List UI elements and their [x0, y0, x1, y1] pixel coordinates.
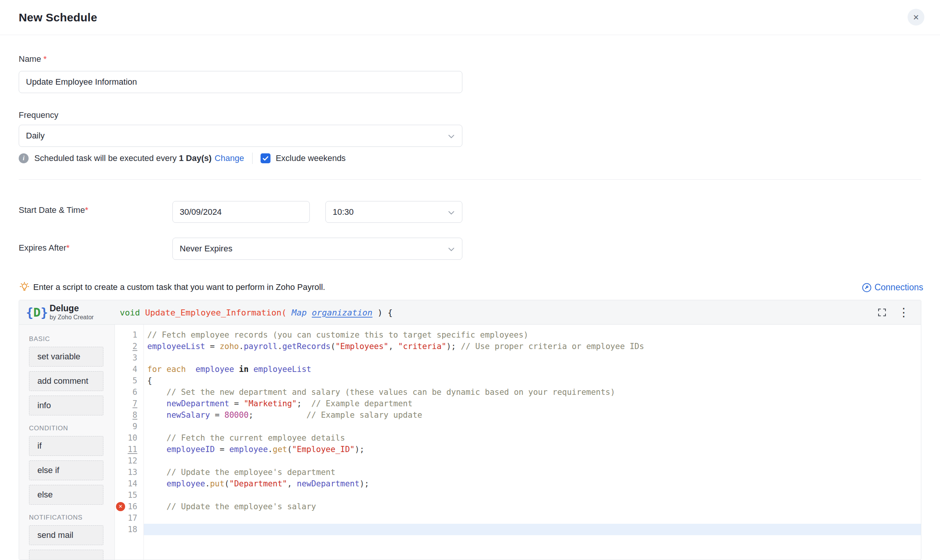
- fullscreen-icon[interactable]: [877, 308, 887, 317]
- product-name: Deluge: [50, 303, 94, 314]
- code-line-2[interactable]: employeeList = zoho.payroll.getRecords("…: [144, 341, 921, 352]
- frequency-label: Frequency: [19, 110, 58, 120]
- snippet-sidebar: BASICset variableadd commentinfoCONDITIO…: [19, 325, 115, 560]
- snippet-add-comment[interactable]: add comment: [29, 371, 103, 391]
- deluge-logo-icon: {D}: [26, 305, 48, 320]
- snippet-else[interactable]: else: [29, 485, 103, 505]
- code-line-5[interactable]: {: [144, 375, 921, 386]
- chevron-down-icon: [448, 207, 454, 217]
- gutter-line-12: 12: [115, 455, 143, 467]
- start-date-input[interactable]: 30/09/2024: [172, 201, 310, 223]
- snippet-if[interactable]: if: [29, 436, 103, 456]
- sidebar-section: BASICset variableadd commentinfo: [29, 335, 114, 415]
- close-icon[interactable]: ×: [908, 9, 924, 26]
- frequency-select[interactable]: Daily: [19, 125, 462, 147]
- code-line-7[interactable]: newDepartment = "Marketing"; // Example …: [144, 398, 921, 409]
- page-title: New Schedule: [19, 0, 97, 35]
- code-line-9[interactable]: [144, 421, 921, 432]
- signature-token: [287, 307, 291, 317]
- snippet-partial[interactable]: [29, 550, 103, 560]
- code-line-13[interactable]: // Update the employee's department: [144, 467, 921, 478]
- gutter-line-15: 15: [115, 489, 143, 501]
- gutter-line-2: 2: [115, 341, 143, 352]
- product-byline: by Zoho Creator: [50, 314, 94, 321]
- gutter-line-4: 4: [115, 364, 143, 375]
- kebab-menu-icon[interactable]: ⋮: [898, 306, 909, 319]
- required-asterisk: *: [85, 205, 89, 215]
- lightbulb-icon: [19, 282, 30, 293]
- required-asterisk: *: [43, 54, 47, 64]
- gutter-line-7: 7: [115, 398, 143, 409]
- code-line-15[interactable]: [144, 489, 921, 501]
- code-line-1[interactable]: // Fetch employee records (you can custo…: [144, 329, 921, 341]
- gutter-line-10: 10: [115, 432, 143, 444]
- start-date-time-label: Start Date & Time*: [19, 205, 88, 215]
- start-time-select[interactable]: 10:30: [325, 201, 462, 223]
- gutter-line-18: 18: [115, 524, 143, 535]
- error-icon: ✕: [116, 502, 125, 511]
- gutter-line-5: 5: [115, 375, 143, 386]
- expires-after-label: Expires After*: [19, 243, 69, 253]
- code-line-17[interactable]: [144, 512, 921, 524]
- required-asterisk: *: [66, 243, 70, 253]
- connections-link[interactable]: Connections: [862, 282, 923, 293]
- function-signature: void Update_Employee_Information( Map or…: [120, 307, 393, 317]
- code-line-10[interactable]: // Fetch the current employee details: [144, 432, 921, 444]
- code-line-12[interactable]: [144, 455, 921, 467]
- chevron-down-icon: [448, 244, 454, 254]
- script-hint-text: Enter a script to create a custom task t…: [33, 282, 325, 292]
- dialog-header: New Schedule ×: [0, 0, 940, 35]
- gutter-line-14: 14: [115, 478, 143, 489]
- new-schedule-dialog: New Schedule × Name * Update Employee In…: [0, 0, 940, 560]
- product-info: Deluge by Zoho Creator: [50, 303, 94, 321]
- chevron-down-icon: [448, 131, 454, 141]
- gutter-line-1: 1: [115, 329, 143, 341]
- connections-icon: [862, 283, 872, 293]
- code-line-6[interactable]: // Set the new department and salary (th…: [144, 386, 921, 398]
- expires-after-select[interactable]: Never Expires: [172, 238, 462, 260]
- gutter-line-8: 8: [115, 409, 143, 421]
- snippet-info[interactable]: info: [29, 396, 103, 415]
- gutter-line-6: 6: [115, 386, 143, 398]
- line-number-gutter: 12345678910111213141516✕1718: [115, 325, 144, 560]
- info-icon: i: [19, 153, 29, 163]
- exclude-weekends-label: Exclude weekends: [276, 153, 346, 163]
- signature-token: void: [120, 307, 145, 317]
- signature-token: Update_Employee_Information(: [145, 307, 287, 317]
- gutter-line-3: 3: [115, 352, 143, 364]
- script-hint-row: Enter a script to create a custom task t…: [19, 281, 325, 294]
- code-line-14[interactable]: employee.put("Department", newDepartment…: [144, 478, 921, 489]
- section-divider: [19, 179, 921, 180]
- deluge-editor: {D} Deluge by Zoho Creator void Update_E…: [19, 300, 921, 560]
- snippet-else-if[interactable]: else if: [29, 460, 103, 480]
- signature-token: Map: [291, 307, 312, 317]
- code-line-18[interactable]: [144, 524, 921, 535]
- editor-body: BASICset variableadd commentinfoCONDITIO…: [19, 325, 921, 560]
- code-line-8[interactable]: newSalary = 80000; // Example salary upd…: [144, 409, 921, 421]
- gutter-line-9: 9: [115, 421, 143, 432]
- vertical-divider: [252, 153, 253, 164]
- code-line-11[interactable]: employeeID = employee.get("Employee_ID")…: [144, 444, 921, 455]
- snippet-send-mail[interactable]: send mail: [29, 525, 103, 545]
- schedule-interval: 1 Day(s): [179, 153, 212, 163]
- schedule-info-text: Scheduled task will be executed every: [34, 153, 177, 163]
- signature-token: ) {: [372, 307, 393, 317]
- gutter-line-13: 13: [115, 467, 143, 478]
- schedule-info-row: i Scheduled task will be executed every …: [19, 153, 346, 164]
- signature-token: organization: [312, 307, 372, 317]
- code-area[interactable]: // Fetch employee records (you can custo…: [144, 325, 921, 560]
- gutter-line-16: 16✕: [115, 501, 143, 512]
- code-line-16[interactable]: // Update the employee's salary: [144, 501, 921, 512]
- name-label: Name *: [19, 54, 47, 64]
- sidebar-section-label: BASIC: [29, 335, 114, 343]
- snippet-set-variable[interactable]: set variable: [29, 347, 103, 367]
- name-input[interactable]: Update Employee Information: [19, 71, 462, 93]
- editor-header: {D} Deluge by Zoho Creator void Update_E…: [19, 300, 921, 325]
- gutter-line-17: 17: [115, 512, 143, 524]
- sidebar-section-label: NOTIFICATIONS: [29, 514, 114, 521]
- exclude-weekends-checkbox[interactable]: [261, 153, 270, 163]
- code-line-4[interactable]: for each employee in employeeList: [144, 364, 921, 375]
- change-link[interactable]: Change: [215, 153, 244, 163]
- gutter-line-11: 11: [115, 444, 143, 455]
- code-line-3[interactable]: [144, 352, 921, 364]
